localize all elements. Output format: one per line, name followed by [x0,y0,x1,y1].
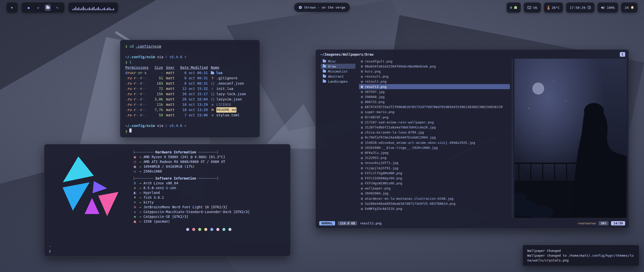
info-value: Hyprland [143,190,160,195]
workspace-3[interactable] [45,4,51,11]
file-item[interactable]: ▨chica-mirando-la-luna-8799.jpg [359,130,510,135]
file-name-cell: {}lazyvim.json [211,97,255,102]
file-item[interactable]: ▨3122955.png [359,155,510,160]
file-item[interactable]: ▨atardecer-en-la-montanas-ilustracion-63… [359,196,510,201]
file-item[interactable]: ▨kurz.png [359,69,510,74]
viz-bar [88,8,88,10]
file-name: lazy-lock.json [216,91,246,97]
file-item[interactable]: ▨866715.png [359,99,510,105]
viz-bar [82,8,82,10]
file-name-cell: ϒ.gitignore [211,76,255,81]
file-item[interactable]: ▨19201080-__blue-tinge__-1920×1080.jpg [359,145,510,150]
file-item[interactable]: ▨5a266e448add93deab367d87173e9f25-683788… [359,201,510,206]
listing-header-row: Permissions Size User Date Modified Name [125,65,255,70]
gpu-icon: ▢ [133,159,137,164]
file-item[interactable]: ▨587597.jpg [359,89,510,94]
command-text: cd [129,44,134,49]
info-value: kitty [143,200,154,205]
info-line: ▤→10948MiB / 64183MiB (17%) [133,164,285,169]
tab-badge[interactable]: 1 [620,52,625,57]
viz-bar [103,8,103,10]
bell-icon [631,6,634,9]
sidebar-folder[interactable]: Abstract [321,74,355,79]
file-item[interactable]: ▨8FKa7Cu.jpeg [359,150,510,155]
file-item[interactable]: ▨87r687df.png [359,115,510,120]
sidebar-folder[interactable]: Landscapes [321,79,355,84]
file-manager-window[interactable]: ~/Imagenes/Wallpapers/Draw 1 MiscDrawMin… [315,49,629,229]
file-item[interactable]: ▨FXfcJlTXgAMvH6R.png [359,171,510,176]
file-name: FXfcHgcWIAMzs0G.png [365,181,402,185]
image-file-icon: ▨ [361,192,363,195]
fetch-terminal-window[interactable]: ├───────── Hardware Information ────────… [44,144,291,256]
sidebar-folder[interactable]: Minimalist [321,69,355,74]
image-file-icon: ▨ [361,136,363,139]
prompt-line[interactable]: ❯ [125,128,255,134]
launcher-button[interactable]: ➤ [7,3,18,13]
file-item[interactable]: ▨EeNKYgIUcAAJ5JX.png [359,206,510,211]
workspace-1[interactable]: ● [26,4,32,11]
file-item[interactable]: ▨596848.jpg [359,94,510,99]
workspace-2[interactable]: v [35,4,41,11]
updates-module[interactable]: 0 [507,3,521,13]
file-item[interactable]: ▨FXfcII0X0AQyn9X.png [359,176,510,181]
file-name: 3122955.png [365,156,386,160]
file-item[interactable]: ▨3126f7e9bbf21a8a4af0b67b041c6e26.jpg [359,125,510,130]
viz-bar [113,8,114,10]
arrow-icon: → [139,169,141,174]
media-module[interactable]: thrown - on the verge [294,3,350,12]
file-date: 6 oct 00:31 [180,76,208,81]
file-item[interactable]: ▨154928-odinokoe_anime-art-anime-okno-si… [359,140,510,145]
file-item[interactable]: ▨resssult.png [359,74,510,79]
image-file-icon: ▨ [361,202,363,205]
workspace-4[interactable]: ✎ [54,4,60,11]
sidebar-folder[interactable]: Misc [321,59,355,64]
folder-icon [46,6,50,9]
folder-name: Abstract [328,75,344,78]
text-cursor [129,128,132,132]
file-date: 6 oct 00:31 [180,81,208,86]
file-item[interactable]: ▨217167-sad-anime-rain-wallpaper.png [359,120,510,125]
file-name: 217167-sad-anime-rain-wallpaper.png [365,120,434,124]
ls-row: .rw-r--r--3,0kmatt26 oct 10:04{}lazyvim.… [125,97,255,102]
file-name-cell: ⚙stylua.toml [211,113,255,118]
file-name: init.lua [216,86,233,91]
arrow-icon: → [139,155,141,159]
image-file-icon: ▨ [361,187,363,190]
file-permissions: .rw-r--r-- [125,107,148,113]
notification-title: Wallpaper Changed [527,248,634,253]
clock-time: 17:50:29 [570,6,585,10]
file-item[interactable]: ▨0c794faf07de24a4db4d4fb1eb813964.jpg [359,135,510,140]
bolt-icon: ⚡ [184,123,186,128]
breadcrumb-path: ~/Imagenes/Wallpapers/Draw [320,52,373,56]
crystal-logo-icon [54,151,129,227]
file-size: 51 [151,76,163,81]
file-item[interactable]: ▨08a634fa02a32364f69ebc86a98eb1eb.png [359,64,510,69]
file-item[interactable]: ▨nnvuv0xj2df71.jpg [359,160,510,165]
file-item[interactable]: ▨FXfcHgcWIAMzs0G.png [359,181,510,186]
keyboard-layout-module[interactable]: US [524,3,541,13]
volume-module[interactable]: 100% [597,3,618,13]
file-permissions: .rw-r--r-- [125,102,148,107]
file-name: 866715.png [365,100,384,104]
file-item[interactable]: ▨ressdfgult.png [359,59,510,64]
notifications-module[interactable]: 24 [621,3,637,13]
clock-module[interactable]: 17:50:29 [566,3,594,13]
notification-popup[interactable]: Wallpaper Changed Wallpaper changed to /… [522,245,639,266]
file-name: README.md [216,107,236,113]
file-item[interactable]: ▨wallpaper.png [359,186,510,191]
file-item[interactable]: ▨super-mario.png [359,110,510,115]
audio-visualizer-module[interactable] [68,3,118,13]
file-item[interactable]: ▨rsjqojlmjhf91.jpg [359,165,510,171]
file-name-cell: MREADME.md [211,107,255,113]
info-value: AMD ATI Radeon RX 6800/6800 XT / 6900 XT [143,159,225,164]
file-name: wallpaper.png [365,186,390,190]
file-owner: matt [166,76,177,81]
terminal-window[interactable]: ❯cd.config/nvim ~/.config/nvimvia☾v5.4.6… [120,40,260,138]
folder-name: Misc [328,59,336,63]
sidebar-folder[interactable]: Draw [321,64,355,69]
temperature-module[interactable]: 26°C [544,3,563,13]
file-item[interactable]: ▨68747470733a2f2f696d616765732d7769786d7… [359,105,510,110]
file-item[interactable]: ▨20492984.jpg [359,191,510,196]
file-item[interactable]: ▨re1sult.png [359,79,510,84]
file-item[interactable]: ▨result2.png [359,84,510,89]
